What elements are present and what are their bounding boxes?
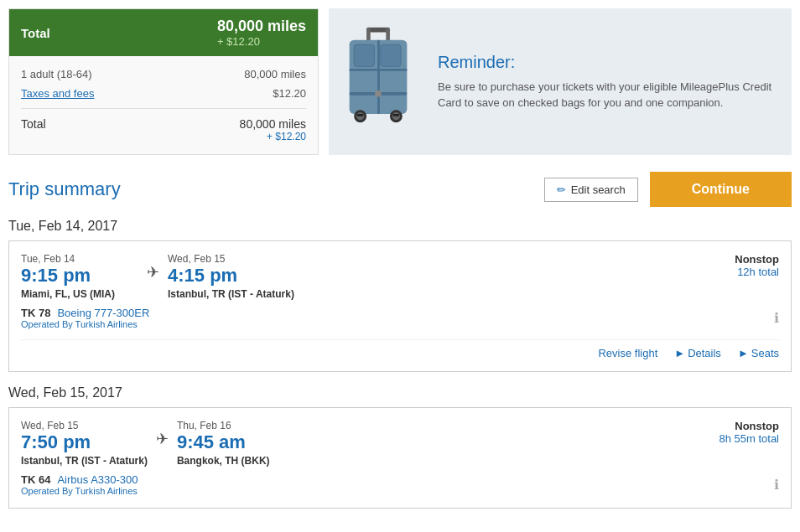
taxes-value: $12.20	[273, 87, 306, 100]
price-header-amount: 80,000 miles + $12.20	[217, 18, 306, 48]
flight-nonstop-2: Nonstop	[719, 420, 779, 432]
flight-arr-location-1: Istanbul, TR (IST - Ataturk)	[168, 288, 302, 300]
flight-top-2: Wed, Feb 15 7:50 pm Istanbul, TR (IST - …	[21, 420, 779, 467]
details-link-1[interactable]: ► Details	[674, 347, 721, 359]
flight-number-2: TK 64	[21, 473, 50, 486]
top-section: Total 80,000 miles + $12.20 1 adult (18-…	[8, 8, 792, 155]
flight-duration-1: 12h total	[735, 266, 779, 278]
price-header-title: Total	[21, 26, 50, 40]
flight-aircraft-1: Boeing 777-300ER	[57, 307, 149, 319]
flight-status-2: Nonstop 8h 55m total	[719, 420, 779, 445]
price-summary: Total 80,000 miles + $12.20 1 adult (18-…	[8, 8, 319, 155]
flight-card-1: Tue, Feb 14 9:15 pm Miami, FL, US (MIA) …	[8, 240, 792, 372]
flight-arrow-icon-1: ✈	[147, 260, 159, 281]
svg-rect-13	[393, 114, 399, 116]
flight-arr-time-1: 4:15 pm	[168, 265, 302, 287]
main-container: Total 80,000 miles + $12.20 1 adult (18-…	[0, 0, 800, 530]
total-miles: 80,000 miles	[240, 117, 306, 131]
info-icon-1[interactable]: ℹ	[774, 310, 779, 326]
svg-point-9	[356, 112, 364, 120]
taxes-label[interactable]: Taxes and fees	[21, 87, 94, 100]
trip-summary-left: Trip summary	[8, 178, 121, 200]
flight-dep-location-2: Istanbul, TR (IST - Ataturk)	[21, 455, 148, 467]
reminder-title: Reminder:	[438, 53, 780, 72]
flight-arr-date-2: Thu, Feb 16	[177, 420, 311, 431]
flight-arr-2: Thu, Feb 16 9:45 am Bangkok, TH (BKK)	[177, 420, 311, 467]
flight-aircraft-2: Airbus A330-300	[57, 473, 138, 486]
flight-nonstop-1: Nonstop	[735, 253, 779, 266]
seats-link-1[interactable]: ► Seats	[738, 347, 779, 359]
svg-rect-6	[354, 44, 374, 66]
continue-button[interactable]: Continue	[650, 172, 792, 207]
trip-summary-header: Trip summary ✏ Edit search Continue	[8, 172, 792, 207]
seats-label-1: Seats	[751, 347, 779, 359]
edit-search-button[interactable]: ✏ Edit search	[544, 178, 638, 202]
reminder-text: Reminder: Be sure to purchase your ticke…	[438, 53, 780, 111]
seats-arrow-icon-1: ►	[738, 347, 749, 359]
flight-dep-time-1: 9:15 pm	[21, 265, 138, 287]
segment-2-date: Wed, Feb 15, 2017	[8, 385, 792, 400]
flight-arr-location-2: Bangkok, TH (BKK)	[177, 455, 311, 467]
flight-arrow-icon-2: ✈	[156, 426, 169, 448]
flight-dep-2: Wed, Feb 15 7:50 pm Istanbul, TR (IST - …	[21, 420, 148, 467]
svg-rect-12	[357, 114, 363, 116]
price-divider	[21, 108, 306, 109]
price-body: 1 adult (18-64) 80,000 miles Taxes and f…	[9, 56, 318, 154]
price-row-adult: 1 adult (18-64) 80,000 miles	[21, 65, 306, 84]
flight-info-row-2: TK 64 Airbus A330-300 Operated By Turkis…	[21, 473, 779, 496]
svg-rect-5	[377, 40, 380, 114]
price-header-cash: + $12.20	[217, 35, 306, 48]
total-cash: + $12.20	[240, 131, 306, 142]
flight-card-2: Wed, Feb 15 7:50 pm Istanbul, TR (IST - …	[8, 407, 792, 509]
flight-operator-2: Operated By Turkish Airlines	[21, 486, 138, 496]
flight-dep-date-2: Wed, Feb 15	[21, 420, 148, 431]
flight-actions-1: Revise flight ► Details ► Seats	[21, 339, 779, 359]
details-label-1: Details	[688, 347, 721, 359]
reminder-luggage	[340, 26, 424, 137]
svg-point-11	[392, 112, 400, 120]
luggage-icon	[340, 26, 416, 135]
price-header: Total 80,000 miles + $12.20	[9, 9, 318, 56]
flight-arr-time-2: 9:45 am	[177, 431, 311, 453]
trip-summary-title: Trip summary	[8, 178, 121, 200]
price-header-miles: 80,000 miles	[217, 18, 306, 35]
revise-flight-link-1[interactable]: Revise flight	[598, 347, 657, 359]
info-icon-2[interactable]: ℹ	[774, 477, 779, 493]
flight-duration-2: 8h 55m total	[719, 432, 779, 445]
flight-operator-1: Operated By Turkish Airlines	[21, 319, 149, 329]
flight-arr-1: Wed, Feb 15 4:15 pm Istanbul, TR (IST - …	[168, 253, 302, 300]
flight-fn-block-2: TK 64 Airbus A330-300 Operated By Turkis…	[21, 473, 138, 496]
pencil-icon: ✏	[557, 183, 566, 196]
reminder-body: Be sure to purchase your tickets with yo…	[438, 79, 780, 111]
trip-summary-right: ✏ Edit search Continue	[544, 172, 792, 207]
flight-dep-date-1: Tue, Feb 14	[21, 253, 138, 265]
segment-1-date: Tue, Feb 14, 2017	[8, 219, 792, 234]
flight-status-1: Nonstop 12h total	[735, 253, 779, 278]
total-label: Total	[21, 117, 46, 142]
flight-arr-date-1: Wed, Feb 15	[168, 253, 302, 265]
svg-rect-7	[381, 44, 401, 66]
flight-dep-time-2: 7:50 pm	[21, 431, 148, 453]
flight-top-1: Tue, Feb 14 9:15 pm Miami, FL, US (MIA) …	[21, 253, 779, 300]
total-value-block: 80,000 miles + $12.20	[240, 117, 306, 142]
adult-label: 1 adult (18-64)	[21, 68, 92, 80]
flight-number-1: TK 78	[21, 307, 50, 319]
svg-rect-15	[375, 90, 381, 96]
flight-fn-block-1: TK 78 Boeing 777-300ER Operated By Turki…	[21, 307, 149, 329]
reminder-box: Reminder: Be sure to purchase your ticke…	[329, 8, 792, 155]
flight-dep-1: Tue, Feb 14 9:15 pm Miami, FL, US (MIA)	[21, 253, 138, 300]
flight-dep-location-1: Miami, FL, US (MIA)	[21, 288, 138, 300]
flight-info-row-1: TK 78 Boeing 777-300ER Operated By Turki…	[21, 307, 779, 329]
edit-search-label: Edit search	[571, 183, 626, 196]
details-arrow-icon-1: ►	[674, 347, 685, 359]
price-row-taxes: Taxes and fees $12.20	[21, 84, 306, 103]
adult-value: 80,000 miles	[244, 68, 306, 80]
price-total-row: Total 80,000 miles + $12.20	[21, 114, 306, 146]
